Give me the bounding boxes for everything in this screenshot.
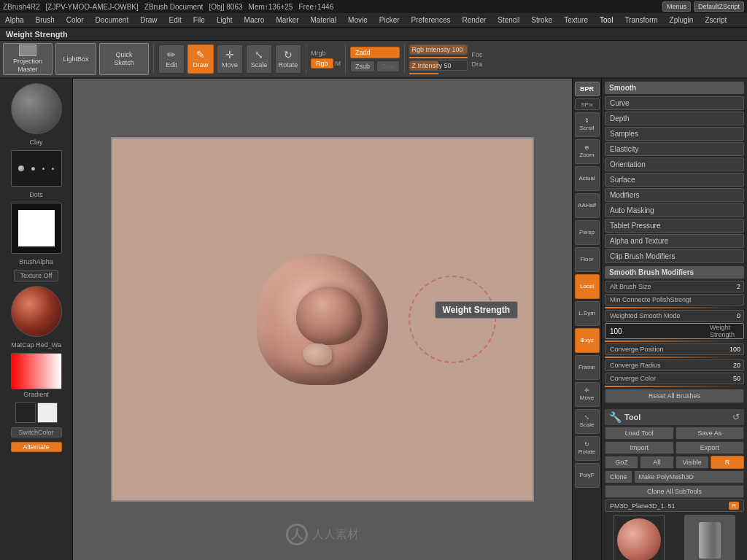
tool-section-header[interactable]: 🔧 Tool ↺ [605,409,744,425]
import-button[interactable]: Import [605,441,674,454]
menu-color[interactable]: Color [64,15,86,25]
menu-zplugin[interactable]: Zplugin [667,15,696,25]
rgb-intensity-bar[interactable]: Rgb Intensity 100 [409,44,468,55]
menu-marker[interactable]: Marker [274,15,301,25]
m-label[interactable]: M [336,60,341,67]
menu-preferences[interactable]: Preferences [409,15,453,25]
rotate-view-button[interactable]: ↻ Rotate [575,436,600,461]
background-swatch[interactable] [37,402,58,423]
menu-material[interactable]: Material [309,15,339,25]
make-polymesh-button[interactable]: Make PolyMesh3D [634,470,744,483]
menu-edit[interactable]: Edit [167,15,184,25]
converge-radius-row[interactable]: Converge Radius 20 [605,359,744,371]
scale-view-button[interactable]: ⤡ Scale [575,409,600,434]
menu-stencil[interactable]: Stencil [495,15,522,25]
menu-render[interactable]: Render [460,15,488,25]
weight-strength-input-row[interactable]: Weight Strength [605,323,744,339]
local-button[interactable]: Local [575,274,600,299]
save-as-button[interactable]: Save As [676,427,745,440]
menu-draw[interactable]: Draw [138,15,159,25]
weighted-smooth-row[interactable]: Weighted Smooth Mode 0 [605,310,744,322]
surface-item[interactable]: Surface [605,173,744,187]
default-zscript-button[interactable]: DefaultZScript [694,1,744,12]
canvas-area[interactable]: Weight Strength 人 人人素材 [73,79,572,560]
quick-sketch-button[interactable]: QuickSketch [99,43,149,75]
xyz-button[interactable]: ⊕xyz [575,328,600,353]
min-connect-row[interactable]: Min Connecte PolishStrengt [605,294,744,306]
zadd-button[interactable]: Zadd [350,47,400,58]
mrgb-label[interactable]: Mrgb [311,50,326,57]
modifiers-item[interactable]: Modifiers [605,188,744,202]
edit-button[interactable]: ✏ Edit [158,44,185,74]
z-intensity-bar[interactable]: Z Intensity 50 [409,61,468,71]
goz-button[interactable]: GoZ [605,456,638,469]
samples-item[interactable]: Samples [605,127,744,141]
matcap-preview[interactable] [11,286,62,337]
weight-strength-input[interactable] [605,326,707,337]
draw-button[interactable]: ✎ Draw [187,44,214,74]
dots-preview[interactable] [11,150,62,187]
elasticity-item[interactable]: Elasticity [605,142,744,156]
zcut-button[interactable]: Zcut [376,61,400,72]
tablet-pressure-item[interactable]: Tablet Pressure [605,219,744,233]
scroll-button[interactable]: ⇕ Scroll [575,112,600,137]
projection-master-button[interactable]: ProjectionMaster [3,43,53,75]
auto-masking-item[interactable]: Auto Masking [605,203,744,217]
visible-button[interactable]: Visible [676,456,709,469]
texture-off-button[interactable]: Texture Off [14,270,59,281]
gradient-preview[interactable] [11,353,62,389]
menu-zscript[interactable]: Zscript [703,15,729,25]
actual-button[interactable]: Actual [575,166,600,191]
spix-button[interactable]: SPix [575,98,600,110]
switch-color-button[interactable]: SwitchColor [11,427,62,438]
reset-all-brushes-button[interactable]: Reset All Brushes [605,389,744,403]
load-tool-button[interactable]: Load Tool [605,427,674,440]
menu-texture[interactable]: Texture [562,15,590,25]
clay-brush-preview[interactable] [11,83,62,134]
persp-button[interactable]: Persp [575,220,600,245]
clip-brush-item[interactable]: Clip Brush Modifiers [605,249,744,263]
floor-button[interactable]: Floor [575,247,600,272]
aahalf-button[interactable]: AAHalf [575,193,600,218]
all-button[interactable]: All [640,456,673,469]
bpr-button[interactable]: BPR [575,82,600,96]
zoom-button[interactable]: ⊕ Zoom [575,139,600,164]
menu-tool[interactable]: Tool [597,15,615,25]
clone-button[interactable]: Clone [605,470,632,483]
alt-brush-row[interactable]: Alt Brush Size 2 [605,281,744,292]
menu-light[interactable]: Light [214,15,235,25]
zsub-button[interactable]: Zsub [350,61,375,72]
curve-item[interactable]: Curve [605,96,744,110]
cylinder3d-thumbnail[interactable] [684,515,735,560]
export-button[interactable]: Export [676,441,745,454]
foc-label[interactable]: Foc [472,51,483,58]
move-view-button[interactable]: ✛ Move [575,382,600,407]
converge-position-row[interactable]: Converge Position 100 [605,343,744,355]
menu-picker[interactable]: Picker [377,15,402,25]
menu-brush[interactable]: Brush [34,15,57,25]
rotate-button[interactable]: ↻ Rotate [275,44,301,74]
menu-movie[interactable]: Movie [346,15,370,25]
clone-all-button[interactable]: Clone All SubTools [605,485,744,498]
menu-stroke[interactable]: Stroke [529,15,554,25]
draw-label-2[interactable]: Dra [472,61,483,68]
menu-transform[interactable]: Transform [622,15,659,25]
menu-macro[interactable]: Macro [242,15,267,25]
polyf-button[interactable]: PolyF [575,463,600,488]
rgb-button[interactable]: Rgb [311,58,333,69]
scale-button[interactable]: ⤡ Scale [246,44,272,74]
tool-refresh-icon[interactable]: ↺ [732,412,740,422]
menus-button[interactable]: Menus [662,1,691,12]
orientation-item[interactable]: Orientation [605,158,744,171]
move-button[interactable]: ✛ Move [217,44,243,74]
canvas-frame[interactable]: Weight Strength [111,137,534,502]
pm3d-thumbnail[interactable] [614,515,665,560]
converge-color-row[interactable]: Converge Color 50 [605,373,744,384]
foreground-swatch[interactable] [15,402,36,423]
depth-item[interactable]: Depth [605,112,744,125]
menu-file[interactable]: File [191,15,207,25]
menu-alpha[interactable]: Alpha [3,15,26,25]
alpha-texture-item[interactable]: Alpha and Texture [605,234,744,248]
alternate-button[interactable]: Alternate [11,442,62,452]
pm3d-r-button[interactable]: R [729,502,739,510]
